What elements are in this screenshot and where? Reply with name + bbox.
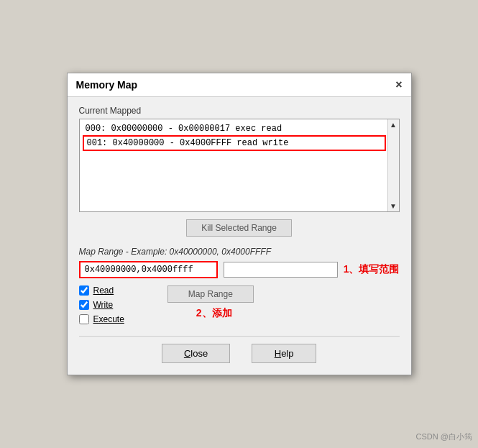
close-button[interactable]: Close [162,344,230,363]
help-button[interactable]: Help [252,344,316,363]
annotation-2: 2、添加 [196,307,232,320]
memory-map-dialog: Memory Map × Current Mapped 000: 0x00000… [67,73,412,375]
checkbox-group: Read Write Execute [79,285,124,324]
bottom-buttons: Close Help [79,336,400,363]
execute-label[interactable]: Execute [93,314,124,324]
dialog-body: Current Mapped 000: 0x00000000 - 0x00000… [68,97,411,375]
write-checkbox[interactable] [79,300,89,310]
range-input-1[interactable] [79,261,218,278]
read-checkbox[interactable] [79,285,89,296]
write-checkbox-item: Write [79,300,124,310]
annotation-1: 1、填写范围 [344,263,400,276]
dialog-title: Memory Map [76,79,138,91]
close-icon[interactable]: × [395,79,402,91]
map-range-label: Map Range - Example: 0x40000000, 0x4000F… [79,247,400,257]
list-item[interactable]: 000: 0x00000000 - 0x00000017 exec read [83,122,386,135]
watermark: CSDN @白小筠 [416,431,472,442]
write-label[interactable]: Write [93,300,114,310]
map-range-button-area: Map Range 2、添加 [167,285,254,320]
scroll-up-icon[interactable]: ▲ [390,121,397,129]
read-label[interactable]: Read [93,285,114,296]
kill-selected-range-button[interactable]: Kill Selected Range [186,219,292,237]
memory-list-container: 000: 0x00000000 - 0x00000017 exec read 0… [79,119,400,212]
range-input-row: 1、填写范围 [79,261,400,278]
read-checkbox-item: Read [79,285,124,296]
scrollbar[interactable]: ▲ ▼ [387,119,399,211]
map-range-button[interactable]: Map Range [167,285,254,303]
options-row: Read Write Execute Map Range 2、添加 [79,285,400,324]
list-item[interactable]: 001: 0x40000000 - 0x4000FFFF read write [83,135,386,151]
help-underline: H [275,348,281,359]
current-mapped-label: Current Mapped [79,106,400,116]
kill-button-row: Kill Selected Range [79,219,400,237]
execute-checkbox[interactable] [79,314,89,324]
help-rest: elp [281,348,293,359]
map-range-section: Map Range - Example: 0x40000000, 0x4000F… [79,247,400,278]
title-bar: Memory Map × [68,73,411,97]
range-input-2[interactable] [224,262,338,278]
close-underline: C [184,348,190,359]
close-rest: lose [190,348,208,359]
scroll-down-icon[interactable]: ▼ [390,202,397,210]
execute-checkbox-item: Execute [79,314,124,324]
